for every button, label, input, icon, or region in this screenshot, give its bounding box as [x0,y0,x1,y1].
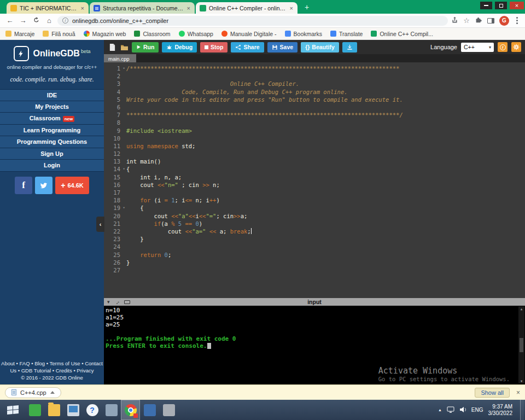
code-line[interactable]: 21 if(a % 5 == 0) [104,220,525,228]
settings-button[interactable] [511,42,521,52]
bookmark-item[interactable]: Bookmarks [285,31,323,37]
open-file-icon[interactable] [120,43,129,51]
start-button[interactable] [0,400,25,420]
code-line[interactable]: 18 for (i = 1; i<= n; i++) [104,196,525,204]
footer-links-1[interactable]: About • FAQ • Blog • Terms of Use • Cont… [0,360,104,367]
share-button[interactable]: Share [231,42,264,52]
expand-chevron-icon[interactable] [50,391,55,394]
bookmark-item[interactable]: Magazin web [84,31,126,37]
browser-tab[interactable]: Structura repetitiva - Documente× [90,2,195,14]
code-line[interactable]: 27 [104,266,525,274]
taskbar-app-library[interactable] [102,400,121,420]
sidebar-item-ide[interactable]: IDE [0,89,104,101]
network-icon[interactable] [447,405,454,415]
bookmark-star-icon[interactable]: ☆ [463,16,470,25]
code-line[interactable]: 22 cout <<"a=" << a; break; [104,228,525,235]
show-desktop-button[interactable] [520,400,524,420]
fold-marker-icon[interactable]: ▾ [121,165,126,173]
taskbar-clock[interactable]: 9:37 AM 3/30/2022 [488,404,513,417]
fold-marker-icon[interactable]: ▾ [121,65,126,72]
code-line[interactable]: 6 [104,103,525,111]
save-button[interactable]: Save [267,42,298,52]
sidebar-item-learn-programming[interactable]: Learn Programming [0,125,104,137]
code-line[interactable]: 23 } [104,235,525,243]
page-info-icon[interactable]: i [62,18,68,24]
language-select[interactable]: C++ ▾ [461,43,494,52]
tab-close-icon[interactable]: × [186,5,191,11]
taskbar-app-folder[interactable] [44,400,63,420]
editor-tab-maincpp[interactable]: main.cpp [104,54,136,62]
code-line[interactable]: 19▾ { [104,204,525,212]
sidebar-item-login[interactable]: Login [0,160,104,172]
new-file-icon[interactable] [108,43,116,51]
downloaded-file-chip[interactable]: C++4.cpp [5,387,61,398]
bookmark-item[interactable]: Classroom [134,31,170,37]
debug-button[interactable]: Debug [162,42,197,52]
volume-icon[interactable] [459,405,466,415]
code-line[interactable]: 4 Code, Compile, Run and Debug C++ progr… [104,88,525,96]
hidden-icons-chevron[interactable]: ▲ [438,408,442,412]
bookmark-item[interactable]: Online C++ Compil... [371,31,433,37]
code-line[interactable]: 8 [104,119,525,126]
taskbar-app-chrome[interactable] [121,400,140,420]
bookmark-item[interactable]: Manuale Digitale - [221,31,277,37]
console-scrollbar[interactable]: ▲ ▼ [518,306,524,383]
sidebar-collapse-button[interactable]: ‹ [96,217,104,232]
bookmark-item[interactable]: Whatsapp [179,31,213,37]
close-shelf-icon[interactable]: × [516,389,520,396]
sidebar-item-programming-questions[interactable]: Programming Questions [0,136,104,148]
scroll-up-icon[interactable]: ▲ [521,307,523,311]
code-line[interactable]: 14▾{ [104,165,525,173]
keyboard-language[interactable]: ENG [471,407,483,413]
code-line[interactable]: 24 [104,243,525,250]
code-line[interactable]: 13int main() [104,158,525,165]
scroll-down-icon[interactable]: ▼ [521,379,523,383]
code-line[interactable]: 26} [104,259,525,266]
taskbar-app-app-green[interactable] [25,400,44,420]
code-line[interactable]: 16 cout <<"n=" ; cin >> n; [104,181,525,189]
address-bar[interactable]: i onlinegdb.com/online_c++_compiler [57,16,448,26]
code-line[interactable]: 7***************************************… [104,111,525,119]
code-line[interactable]: 25 return 0; [104,251,525,259]
code-line[interactable]: 15 int i, n, a; [104,173,525,181]
home-icon[interactable]: ⌂ [44,17,54,24]
taskbar-app-help[interactable] [83,400,102,420]
footer-links-2[interactable]: Us • GDB Tutorial • Credits • Privacy [0,367,104,374]
scrollbar-thumb[interactable] [520,338,523,352]
minimize-button[interactable] [480,2,492,9]
twitter-button[interactable] [35,177,52,194]
taskbar-app-app-blue[interactable] [140,400,159,420]
taskbar-app-app-gray[interactable] [159,400,178,420]
code-line[interactable]: 9#include <iostream> [104,127,525,135]
code-line[interactable]: 11using namespace std; [104,142,525,150]
sidebar-item-classroom[interactable]: Classroomnew [0,113,104,125]
bookmark-item[interactable]: Translate [330,31,363,37]
browser-tab[interactable]: Online C++ Compiler - online ed× [196,2,298,14]
show-all-button[interactable]: Show all [475,388,510,398]
code-line[interactable]: 1▾/*************************************… [104,65,525,72]
back-icon[interactable]: ← [5,17,15,24]
code-line[interactable]: 12 [104,150,525,158]
stop-button[interactable]: Stop [200,42,228,52]
maximize-button[interactable] [495,2,507,9]
bookmark-item[interactable]: Filă nouă [43,31,75,37]
code-line[interactable]: 17 [104,189,525,196]
profile-avatar[interactable]: G [499,16,509,26]
code-line[interactable]: 5Write your code in this editor and pres… [104,96,525,103]
code-editor[interactable]: 1▾/*************************************… [104,62,525,298]
addthis-share-button[interactable]: + 64.6K [55,177,89,194]
share-icon[interactable] [451,16,458,26]
tab-close-icon[interactable]: × [289,5,294,11]
sidebar-item-sign-up[interactable]: Sign Up [0,148,104,160]
program-console[interactable]: n=10a1=25a=25...Program finished with ex… [104,306,525,384]
tab-close-icon[interactable]: × [80,5,85,11]
code-line[interactable]: 20 cout <<"a"<<i<<"="; cin>>a; [104,212,525,220]
download-button[interactable] [342,42,357,52]
side-panel-icon[interactable] [487,18,494,24]
forward-icon[interactable]: → [18,17,28,24]
close-button[interactable]: × [510,2,524,9]
run-button[interactable]: Run [132,42,159,52]
info-button[interactable]: i [498,42,508,52]
fold-marker-icon[interactable]: ▾ [121,204,126,212]
extensions-puzzle-icon[interactable] [475,16,482,26]
